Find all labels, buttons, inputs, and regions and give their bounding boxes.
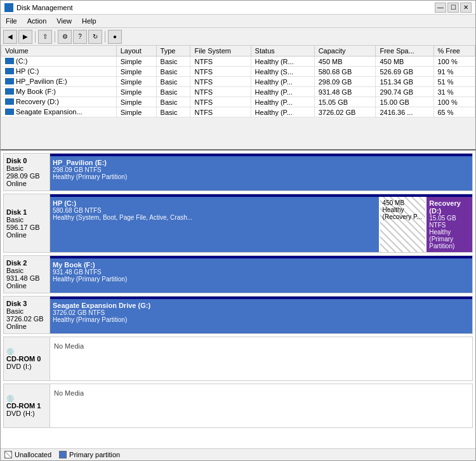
- partition[interactable]: HP (C:) 580.68 GB NTFS Healthy (System, …: [50, 197, 380, 252]
- partition-size: 3726.02 GB NTFS: [53, 309, 470, 316]
- disk-size: 596.17 GB: [6, 224, 47, 231]
- volume-icon: [5, 68, 14, 74]
- main-window: Disk Management — ☐ ✕ File Action View H…: [0, 0, 476, 461]
- table-cell: Basic: [156, 97, 190, 107]
- col-free[interactable]: Free Spa...: [376, 46, 433, 57]
- cdrom-id: CD-ROM 0: [6, 355, 47, 363]
- partition-name: HP_Pavilion (E:): [53, 159, 470, 166]
- up-button[interactable]: ⇧: [38, 30, 52, 44]
- table-cell: 51 %: [433, 77, 475, 87]
- disk-row: Disk 0 Basic 298.09 GB Online HP_Pavilio…: [3, 153, 473, 191]
- back-button[interactable]: ◀: [3, 30, 17, 44]
- partition-size: 450 MB: [383, 199, 423, 206]
- col-capacity[interactable]: Capacity: [314, 46, 376, 57]
- table-cell: 290.74 GB: [376, 87, 433, 97]
- table-cell: My Book (F:): [1, 87, 117, 97]
- disk-status: Online: [6, 282, 47, 290]
- table-row[interactable]: Seagate Expansion...SimpleBasicNTFSHealt…: [1, 107, 475, 117]
- table-row[interactable]: My Book (F:)SimpleBasicNTFSHealthy (P...…: [1, 87, 475, 97]
- partition[interactable]: My Book (F:) 931.48 GB NTFS Healthy (Pri…: [50, 258, 472, 293]
- disk-status: Online: [6, 180, 47, 187]
- table-row[interactable]: HP (C:)SimpleBasicNTFSHealthy (S...580.6…: [1, 67, 475, 77]
- disk-partitions: HP_Pavilion (E:) 298.09 GB NTFS Healthy …: [50, 153, 473, 191]
- disk-id: Disk 2: [6, 259, 47, 267]
- cdrom-type: DVD (H:): [6, 410, 47, 417]
- partition[interactable]: 450 MB Healthy (Recovery P...: [380, 197, 427, 252]
- refresh-button[interactable]: ↻: [88, 30, 102, 44]
- table-row[interactable]: HP_Pavilion (E:)SimpleBasicNTFSHealthy (…: [1, 77, 475, 87]
- menu-view[interactable]: View: [51, 16, 77, 26]
- title-bar-controls: — ☐ ✕: [435, 3, 472, 13]
- disk-size: 931.48 GB: [6, 274, 47, 282]
- disk-status: Online: [6, 323, 47, 330]
- disk-type: Basic: [6, 307, 47, 315]
- disk-partitions: Seagate Expansion Drive (G:) 3726.02 GB …: [50, 296, 473, 334]
- app-icon: [4, 3, 13, 12]
- partition-size: 298.09 GB NTFS: [53, 166, 470, 173]
- menu-file[interactable]: File: [1, 16, 22, 26]
- disk-type: Basic: [6, 216, 47, 224]
- volume-icon: [5, 78, 14, 84]
- cdrom-label: 💿 CD-ROM 0 DVD (I:): [3, 337, 50, 381]
- table-cell: Healthy (R...: [251, 57, 314, 67]
- properties-button[interactable]: ⚙: [58, 30, 72, 44]
- forward-button[interactable]: ▶: [18, 30, 32, 44]
- table-cell: 450 MB: [376, 57, 433, 67]
- table-cell: 450 MB: [314, 57, 376, 67]
- extra-button[interactable]: ●: [108, 30, 122, 44]
- cdrom-panel: No Media: [50, 337, 473, 381]
- disk-id: Disk 3: [6, 300, 47, 307]
- col-volume[interactable]: Volume: [1, 46, 117, 57]
- partition-name: HP (C:): [53, 199, 376, 207]
- toolbar-separator-3: [105, 31, 105, 43]
- table-row[interactable]: Recovery (D:)SimpleBasicNTFSHealthy (P..…: [1, 97, 475, 107]
- col-fs[interactable]: File System: [190, 46, 251, 57]
- primary-label: Primary partition: [69, 451, 120, 458]
- table-cell: 100 %: [433, 97, 475, 107]
- menu-action[interactable]: Action: [22, 16, 52, 26]
- table-cell: 15.05 GB: [314, 97, 376, 107]
- partition[interactable]: HP_Pavilion (E:) 298.09 GB NTFS Healthy …: [50, 156, 472, 190]
- table-cell: 31 %: [433, 87, 475, 97]
- col-status[interactable]: Status: [251, 46, 314, 57]
- volume-table-container: Volume Layout Type File System Status Ca…: [1, 46, 475, 150]
- col-pct[interactable]: % Free: [433, 46, 475, 57]
- disk-size: 3726.02 GB: [6, 315, 47, 323]
- partition-size: 15.05 GB NTFS: [429, 215, 470, 229]
- table-cell: 91 %: [433, 67, 475, 77]
- disk-row: Disk 1 Basic 596.17 GB Online HP (C:) 58…: [3, 194, 473, 253]
- table-cell: 15.00 GB: [376, 97, 433, 107]
- table-cell: Simple: [116, 77, 156, 87]
- table-cell: Simple: [116, 97, 156, 107]
- table-cell: Healthy (P...: [251, 107, 314, 117]
- maximize-button[interactable]: ☐: [447, 3, 459, 13]
- volume-icon: [5, 109, 14, 115]
- table-cell: 151.34 GB: [376, 77, 433, 87]
- table-cell: Recovery (D:): [1, 97, 117, 107]
- title-bar: Disk Management — ☐ ✕: [1, 1, 475, 15]
- table-cell: 3726.02 GB: [314, 107, 376, 117]
- table-cell: NTFS: [190, 107, 251, 117]
- legend-bar: Unallocated Primary partition: [1, 448, 475, 460]
- help-button[interactable]: ?: [73, 30, 87, 44]
- disk-label: Disk 2 Basic 931.48 GB Online: [3, 255, 50, 293]
- window-title: Disk Management: [17, 4, 73, 11]
- table-row[interactable]: (C:)SimpleBasicNTFSHealthy (R...450 MB45…: [1, 57, 475, 67]
- cdrom-id: CD-ROM 1: [6, 402, 47, 410]
- col-layout[interactable]: Layout: [116, 46, 156, 57]
- col-type[interactable]: Type: [156, 46, 190, 57]
- cdrom-type: DVD (I:): [6, 363, 47, 370]
- cdrom-status: No Media: [54, 387, 468, 397]
- partition[interactable]: Seagate Expansion Drive (G:) 3726.02 GB …: [50, 299, 472, 333]
- table-cell: Simple: [116, 57, 156, 67]
- partition-status: Healthy (Primary Partition): [53, 173, 470, 180]
- legend-unallocated: Unallocated: [4, 451, 51, 458]
- table-cell: NTFS: [190, 97, 251, 107]
- minimize-button[interactable]: —: [435, 3, 446, 13]
- table-cell: Simple: [116, 67, 156, 77]
- disk-row: Disk 3 Basic 3726.02 GB Online Seagate E…: [3, 296, 473, 334]
- close-button[interactable]: ✕: [460, 3, 472, 13]
- partition[interactable]: Recovery (D:) 15.05 GB NTFS Healthy (Pri…: [426, 197, 472, 252]
- menu-help[interactable]: Help: [77, 16, 102, 26]
- disk-partitions: HP (C:) 580.68 GB NTFS Healthy (System, …: [50, 194, 473, 253]
